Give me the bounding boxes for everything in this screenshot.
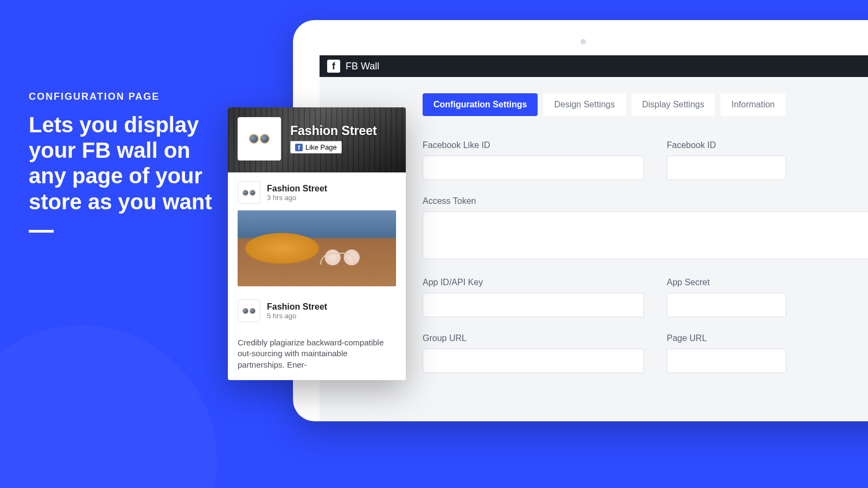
app-title: FB Wall bbox=[346, 61, 379, 72]
tab-configuration-settings[interactable]: Configuration Settings bbox=[423, 93, 538, 116]
tabs: Configuration Settings Design Settings D… bbox=[423, 93, 868, 116]
fb-wall-widget: Fashion Street f Like Page Fashion Stree… bbox=[228, 107, 406, 380]
tab-information[interactable]: Information bbox=[720, 93, 786, 116]
sunglasses-icon bbox=[242, 190, 256, 196]
hero-eyebrow: CONFIGURATION PAGE bbox=[29, 91, 224, 102]
input-access-token[interactable] bbox=[423, 211, 868, 259]
fb-post-author: Fashion Street bbox=[267, 302, 327, 312]
input-page-url[interactable] bbox=[667, 349, 786, 373]
input-facebook-id[interactable] bbox=[667, 156, 786, 180]
label-group-url: Group URL bbox=[423, 333, 644, 343]
hero-title: Lets you display your FB wall on any pag… bbox=[29, 112, 224, 215]
hero-underline bbox=[29, 230, 54, 233]
input-app-secret[interactable] bbox=[667, 293, 786, 317]
fb-page-name: Fashion Street bbox=[290, 124, 377, 138]
fb-post-time: 5 hrs ago bbox=[267, 312, 327, 320]
label-facebook-id: Facebook ID bbox=[667, 140, 786, 150]
input-facebook-like-id[interactable] bbox=[423, 156, 644, 180]
fb-cover: Fashion Street f Like Page bbox=[228, 107, 406, 172]
fb-post-author: Fashion Street bbox=[267, 184, 327, 194]
label-facebook-like-id: Facebook Like ID bbox=[423, 140, 644, 150]
tab-design-settings[interactable]: Design Settings bbox=[543, 93, 626, 116]
hero-text-block: CONFIGURATION PAGE Lets you display your… bbox=[29, 91, 224, 233]
input-group-url[interactable] bbox=[423, 349, 644, 373]
label-app-id: App ID/API Key bbox=[423, 278, 644, 287]
like-page-label: Like Page bbox=[305, 143, 337, 151]
fb-post-2: Fashion Street 5 hrs ago bbox=[228, 296, 406, 334]
fb-post-image bbox=[238, 210, 396, 286]
sunglasses-icon bbox=[249, 134, 270, 144]
label-access-token: Access Token bbox=[423, 196, 868, 206]
window-dot bbox=[580, 39, 586, 44]
like-page-button[interactable]: f Like Page bbox=[290, 141, 342, 153]
label-page-url: Page URL bbox=[667, 333, 786, 343]
fb-post-avatar bbox=[238, 181, 260, 204]
fb-post-time: 3 hrs ago bbox=[267, 194, 327, 202]
tab-display-settings[interactable]: Display Settings bbox=[631, 93, 716, 116]
fb-post-text: Credibly plagiarize backward-compatible … bbox=[228, 334, 406, 380]
app-header: f FB Wall bbox=[320, 55, 868, 77]
facebook-icon: f bbox=[295, 144, 303, 151]
facebook-icon: f bbox=[327, 60, 340, 73]
fb-post-1: Fashion Street 3 hrs ago bbox=[228, 172, 406, 296]
sunglasses-icon bbox=[242, 308, 256, 314]
bg-decor-circle bbox=[0, 325, 217, 488]
input-app-id[interactable] bbox=[423, 293, 644, 317]
fb-page-avatar bbox=[238, 117, 281, 160]
fb-post-avatar bbox=[238, 299, 260, 322]
label-app-secret: App Secret bbox=[667, 278, 786, 287]
